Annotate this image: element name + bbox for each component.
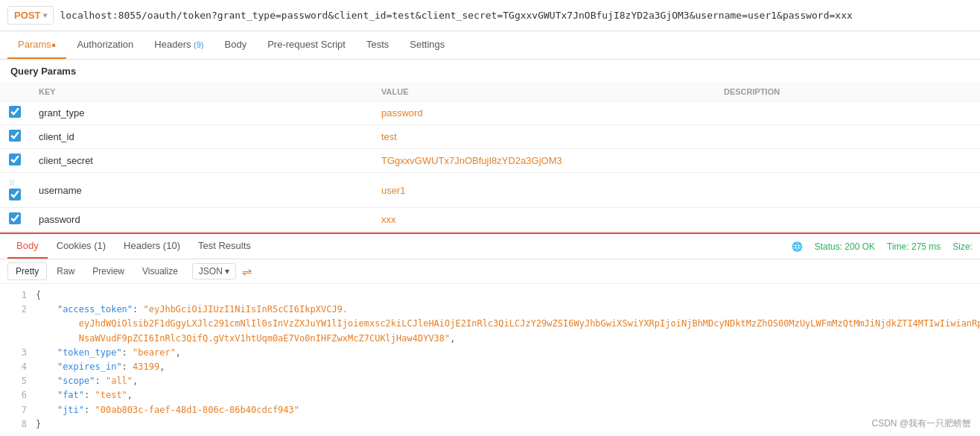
status-text: Status: 200 OK [815, 241, 875, 252]
value-text: xxx [381, 214, 396, 225]
line-content: "expires_in": 43199, [36, 360, 165, 374]
line-number: 5 [6, 374, 27, 388]
url-input[interactable] [60, 10, 973, 21]
response-status: 🌐 Status: 200 OK Time: 275 ms Size: [792, 241, 973, 252]
size-text: Size: [952, 241, 973, 252]
json-line: 4 "expires_in": 43199, [0, 360, 980, 374]
row-checkbox[interactable] [9, 189, 21, 200]
params-table-wrapper: KEY VALUE DESCRIPTION grant_type passwor… [0, 83, 980, 233]
line-content: "access_token": "eyJhbGciOiJIUzI1NiIsInR… [36, 303, 980, 346]
line-number: 6 [6, 388, 27, 402]
key-cell: client_id [30, 125, 372, 149]
value-cell: test [372, 125, 715, 149]
query-params-label: Query Params [0, 60, 980, 83]
resp-btn-visualize[interactable]: Visualize [134, 262, 186, 280]
col-value: VALUE [372, 83, 715, 101]
drag-check-cell: ⠿ [0, 173, 30, 208]
chevron-down-icon: ▾ [43, 11, 47, 19]
chevron-down-icon: ▾ [225, 266, 229, 277]
line-number: 3 [6, 346, 27, 360]
line-content: "fat": "test", [36, 388, 133, 402]
value-cell: xxx [372, 208, 715, 232]
tab-authorization[interactable]: Authorization [66, 31, 144, 59]
resp-btn-pretty[interactable]: Pretty [7, 262, 47, 280]
resp-btn-raw[interactable]: Raw [48, 262, 83, 280]
key-text: grant_type [39, 107, 84, 119]
key-cell: username [30, 173, 372, 208]
json-line: 6 "fat": "test", [0, 388, 980, 402]
drag-handle[interactable]: ⠿ [9, 179, 15, 188]
value-cell: user1 [372, 173, 715, 208]
desc-cell [715, 101, 980, 125]
globe-icon: 🌐 [792, 241, 803, 252]
response-tab-testresults[interactable]: Test Results [189, 234, 260, 259]
row-checkbox[interactable] [9, 106, 21, 118]
tab-prerequest[interactable]: Pre-request Script [257, 31, 356, 59]
line-content: "scope": "all", [36, 374, 138, 388]
key-text: client_id [39, 131, 74, 142]
line-content: "token_type": "bearer", [36, 346, 181, 360]
json-line: 5 "scope": "all", [0, 374, 980, 388]
col-check [0, 83, 30, 101]
desc-cell [715, 173, 980, 208]
value-text: TGgxxvGWUTx7JnOBfujI8zYD2a3GjOM3 [381, 155, 562, 166]
table-row: password xxx [0, 208, 980, 232]
json-line: 8} [0, 417, 980, 432]
line-content: { [36, 288, 41, 303]
json-area: 1{2 "access_token": "eyJhbGciOiJIUzI1NiI… [0, 284, 980, 436]
col-desc: DESCRIPTION [715, 83, 980, 101]
desc-cell [715, 149, 980, 173]
tab-settings[interactable]: Settings [399, 31, 455, 59]
row-checkbox[interactable] [9, 212, 21, 224]
method-select[interactable]: POST ▾ [7, 6, 54, 25]
params-badge: ● [51, 40, 57, 49]
line-content: "jti": "00ab803c-faef-48d1-806c-86b40cdc… [36, 403, 299, 417]
key-text: client_secret [39, 155, 93, 166]
desc-cell [715, 208, 980, 232]
resp-btn-preview[interactable]: Preview [84, 262, 133, 280]
params-table: KEY VALUE DESCRIPTION grant_type passwor… [0, 83, 980, 232]
line-number: 8 [6, 417, 27, 432]
row-checkbox[interactable] [9, 130, 21, 142]
key-cell: client_secret [30, 149, 372, 173]
table-row: grant_type password [0, 101, 980, 125]
value-text: test [381, 131, 397, 142]
watermark: CSDN @我有一只肥螃蟹 [871, 417, 971, 430]
format-select[interactable]: JSON ▾ [192, 263, 236, 279]
key-text: username [39, 185, 82, 196]
time-text: Time: 275 ms [887, 241, 941, 252]
key-cell: grant_type [30, 101, 372, 125]
json-line: 3 "token_type": "bearer", [0, 346, 980, 360]
line-number: 1 [6, 288, 27, 303]
desc-cell [715, 125, 980, 149]
tab-tests[interactable]: Tests [356, 31, 399, 59]
drag-check-cell [0, 149, 30, 173]
response-tab-body[interactable]: Body [7, 234, 48, 259]
key-cell: password [30, 208, 372, 232]
col-key: KEY [30, 83, 372, 101]
method-label: POST [14, 10, 40, 21]
response-tab-cookies[interactable]: Cookies (1) [48, 234, 115, 259]
line-content: } [36, 417, 41, 432]
tab-body[interactable]: Body [214, 31, 258, 59]
response-toolbar: Pretty Raw Preview Visualize JSON ▾ ⇌ [0, 259, 980, 284]
table-row: client_secret TGgxxvGWUTx7JnOBfujI8zYD2a… [0, 149, 980, 173]
request-tabs: Params● Authorization Headers (9) Body P… [0, 31, 980, 60]
value-cell: TGgxxvGWUTx7JnOBfujI8zYD2a3GjOM3 [372, 149, 715, 173]
row-checkbox[interactable] [9, 154, 21, 165]
line-number: 4 [6, 360, 27, 374]
tab-params[interactable]: Params● [7, 31, 66, 59]
headers-badge: (9) [194, 40, 203, 49]
value-cell: password [372, 101, 715, 125]
value-text: user1 [381, 185, 406, 196]
line-number: 7 [6, 403, 27, 417]
response-bar: Body Cookies (1) Headers (10) Test Resul… [0, 233, 980, 259]
line-number: 2 [6, 303, 27, 317]
drag-check-cell [0, 125, 30, 149]
tab-headers[interactable]: Headers (9) [144, 31, 214, 59]
response-tab-headers[interactable]: Headers (10) [115, 234, 189, 259]
table-row: client_id test [0, 125, 980, 149]
json-line: 1{ [0, 288, 980, 303]
filter-icon[interactable]: ⇌ [242, 265, 252, 279]
json-line: 7 "jti": "00ab803c-faef-48d1-806c-86b40c… [0, 403, 980, 417]
